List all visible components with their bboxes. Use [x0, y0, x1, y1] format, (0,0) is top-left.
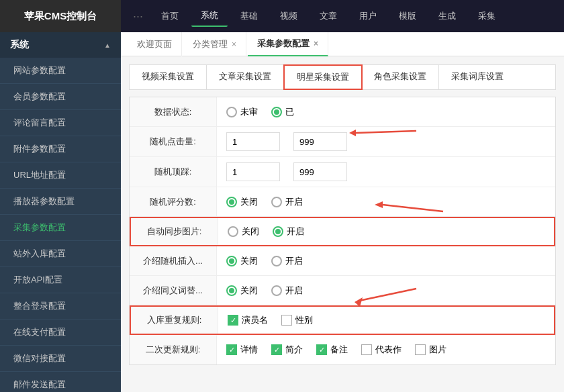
tab-welcome-label: 欢迎页面: [137, 38, 172, 50]
radio-sync-off-label: 关闭: [242, 226, 259, 238]
form-row-data-status: 数据状态: 未审 已: [130, 97, 555, 127]
nav-video[interactable]: 视频: [271, 6, 307, 26]
sidebar-item-wechat[interactable]: 微信对接配置: [0, 346, 121, 372]
form-row-synonym: 介绍同义词替... 关闭 开启: [130, 276, 555, 305]
label-synonym: 介绍同义词替...: [130, 276, 217, 305]
tab-category-close[interactable]: ×: [232, 40, 236, 49]
sidebar-item-payment[interactable]: 在线支付配置: [0, 320, 121, 346]
value-update: ✓ 详情 ✓ 简介 ✓ 备注 代表作: [217, 338, 555, 361]
tab-welcome[interactable]: 欢迎页面: [128, 32, 182, 56]
nav-dots: ···: [128, 9, 148, 23]
form-row-update: 二次更新规则: ✓ 详情 ✓ 简介 ✓ 备注: [130, 335, 555, 364]
nav-user[interactable]: 用户: [350, 6, 386, 26]
vote-min-input[interactable]: [226, 162, 280, 181]
sidebar-item-api[interactable]: 开放API配置: [0, 267, 121, 293]
checkbox-gender-box: [281, 315, 292, 326]
radio-score-off-label: 关闭: [240, 196, 258, 208]
tab-bar: 欢迎页面 分类管理 × 采集参数配置 ×: [121, 32, 564, 56]
label-click: 随机点击量:: [130, 127, 217, 156]
main-content: 欢迎页面 分类管理 × 采集参数配置 × 视频采集设置 文章采集设置 明星采集设…: [121, 32, 564, 392]
value-data-status: 未审 已: [217, 101, 555, 124]
value-synonym: 关闭 开启: [217, 279, 555, 302]
value-insert: 关闭 开启: [217, 250, 555, 273]
radio-score-off[interactable]: 关闭: [226, 196, 258, 208]
radio-score-on-label: 开启: [285, 196, 303, 208]
sidebar-title: 系统: [10, 39, 29, 51]
sidebar-item-login[interactable]: 整合登录配置: [0, 293, 121, 320]
radio-insert-on-label: 开启: [285, 255, 303, 267]
value-vote: [217, 157, 555, 187]
sub-tab-article[interactable]: 文章采集设置: [207, 65, 284, 89]
checkbox-image-label: 图片: [429, 344, 446, 356]
radio-not-reviewed-circle: [226, 107, 237, 117]
label-score: 随机评分数:: [130, 187, 217, 216]
radio-sync-off-circle: [228, 226, 238, 237]
nav-system[interactable]: 系统: [191, 5, 228, 27]
sidebar-item-external[interactable]: 站外入库配置: [0, 241, 121, 267]
radio-insert-off-circle: [226, 256, 237, 266]
sub-tab-star[interactable]: 明星采集设置: [283, 64, 363, 90]
vote-max-input[interactable]: [293, 162, 347, 181]
sub-tab-wordlib[interactable]: 采集词库设置: [439, 65, 516, 89]
tab-collect-config[interactable]: 采集参数配置 ×: [248, 32, 328, 56]
nav-template[interactable]: 模版: [389, 6, 426, 26]
radio-insert-off[interactable]: 关闭: [226, 255, 258, 267]
nav-article[interactable]: 文章: [310, 6, 346, 26]
checkbox-representative-label: 代表作: [375, 344, 402, 356]
nav-collect[interactable]: 采集: [469, 6, 505, 26]
label-sync-img: 自动同步图片:: [131, 218, 218, 245]
checkbox-representative[interactable]: 代表作: [361, 344, 402, 356]
content-area: 视频采集设置 文章采集设置 明星采集设置 角色采集设置 采集词库设置 数据状态:…: [121, 56, 564, 392]
checkbox-image-box: [415, 344, 426, 355]
click-min-input[interactable]: [226, 132, 280, 151]
checkbox-actor-name-box: ✓: [228, 315, 238, 326]
form-row-sync-img: 自动同步图片: 关闭 开启: [130, 217, 555, 246]
tab-category[interactable]: 分类管理 ×: [183, 32, 246, 56]
checkbox-remark[interactable]: ✓ 备注: [316, 344, 348, 356]
tab-collect-config-close[interactable]: ×: [314, 39, 318, 48]
sidebar-item-website[interactable]: 网站参数配置: [0, 58, 121, 84]
label-duplicate: 入库重复规则:: [131, 307, 218, 334]
sidebar-item-comment[interactable]: 评论留言配置: [0, 110, 121, 136]
radio-synonym-on-circle: [271, 285, 282, 296]
sidebar-item-member[interactable]: 会员参数配置: [0, 84, 121, 110]
sidebar-arrow-icon: ▲: [104, 42, 111, 49]
radio-insert-off-label: 关闭: [240, 255, 258, 267]
checkbox-representative-box: [361, 344, 372, 355]
sidebar-item-player[interactable]: 播放器参数配置: [0, 189, 121, 215]
checkbox-image[interactable]: 图片: [415, 344, 446, 356]
nav-basic[interactable]: 基础: [231, 6, 267, 26]
form-row-insert: 介绍随机插入... 关闭 开启: [130, 246, 555, 276]
checkbox-brief[interactable]: ✓ 简介: [271, 344, 303, 356]
value-sync-img: 关闭 开启: [218, 220, 554, 243]
sub-tab-video[interactable]: 视频采集设置: [130, 65, 207, 89]
radio-synonym-off[interactable]: 关闭: [226, 285, 258, 297]
sub-tab-role[interactable]: 角色采集设置: [362, 65, 439, 89]
nav-generate[interactable]: 生成: [429, 6, 465, 26]
checkbox-actor-name[interactable]: ✓ 演员名: [228, 314, 268, 326]
radio-reviewed-circle: [271, 107, 282, 117]
checkbox-remark-box: ✓: [316, 344, 327, 355]
sub-tab-bar: 视频采集设置 文章采集设置 明星采集设置 角色采集设置 采集词库设置: [129, 64, 556, 90]
click-max-input[interactable]: [293, 132, 347, 151]
radio-synonym-on[interactable]: 开启: [271, 285, 303, 297]
radio-reviewed[interactable]: 已: [271, 106, 294, 118]
radio-sync-on-circle: [273, 226, 283, 237]
radio-sync-on[interactable]: 开启: [273, 226, 304, 238]
sidebar-item-collect-config[interactable]: 采集参数配置: [0, 215, 121, 241]
nav-home[interactable]: 首页: [152, 6, 188, 26]
sidebar-item-attachment[interactable]: 附件参数配置: [0, 136, 121, 162]
label-insert: 介绍随机插入...: [130, 246, 217, 275]
radio-reviewed-label: 已: [285, 106, 294, 118]
checkbox-gender[interactable]: 性别: [281, 314, 313, 326]
sidebar-item-url[interactable]: URL地址配置: [0, 162, 121, 189]
tab-collect-config-label: 采集参数配置: [257, 38, 310, 50]
radio-insert-on[interactable]: 开启: [271, 255, 303, 267]
checkbox-detail[interactable]: ✓ 详情: [226, 344, 258, 356]
sidebar-item-email[interactable]: 邮件发送配置: [0, 372, 121, 392]
form-row-duplicate: 入库重复规则: ✓ 演员名 性别: [130, 305, 555, 335]
radio-not-reviewed[interactable]: 未审: [226, 106, 258, 118]
checkbox-detail-label: 详情: [240, 344, 258, 356]
radio-sync-off[interactable]: 关闭: [228, 226, 259, 238]
radio-score-on[interactable]: 开启: [271, 196, 303, 208]
